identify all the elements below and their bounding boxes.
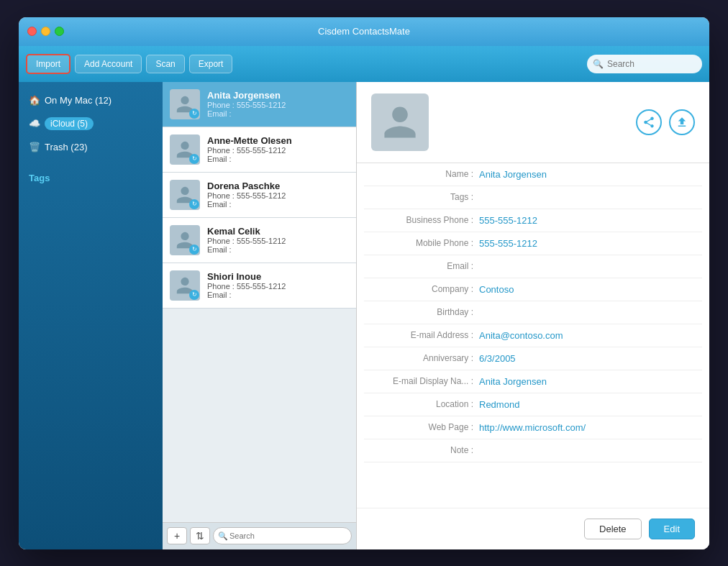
avatar: ↻ bbox=[170, 134, 200, 165]
window-title: Cisdem ContactsMate bbox=[318, 26, 410, 37]
field-row-note: Note : bbox=[364, 439, 702, 462]
sidebar-item-icloud[interactable]: ☁️ iCloud (5) bbox=[19, 111, 163, 136]
home-icon: 🏠 bbox=[29, 95, 40, 106]
close-button[interactable] bbox=[27, 27, 37, 36]
field-row-business-phone: Business Phone : 555-555-1212 bbox=[364, 209, 702, 232]
list-search-input[interactable] bbox=[213, 527, 352, 544]
anniversary-label: Anniversary : bbox=[364, 353, 479, 363]
location-label: Location : bbox=[364, 399, 479, 409]
field-row-anniversary: Anniversary : 6/3/2005 bbox=[364, 347, 702, 370]
field-row-email: Email : bbox=[364, 255, 702, 278]
sync-icon: ↻ bbox=[189, 290, 199, 300]
name-value: Anita Jorgensen bbox=[479, 169, 547, 180]
detail-panel: Name : Anita Jorgensen Tags : Business P… bbox=[357, 82, 709, 549]
contact-phone: Phone : 555-555-1212 bbox=[207, 282, 349, 291]
contact-name: Anne-Mette Olesen bbox=[207, 135, 349, 146]
delete-button[interactable]: Delete bbox=[584, 519, 642, 539]
contact-phone: Phone : 555-555-1212 bbox=[207, 237, 349, 245]
field-row-company: Company : Contoso bbox=[364, 278, 702, 301]
contact-phone: Phone : 555-555-1212 bbox=[207, 101, 349, 109]
sidebar-item-trash[interactable]: 🗑️ Trash (23) bbox=[19, 136, 163, 158]
company-value: Contoso bbox=[479, 284, 514, 295]
list-item[interactable]: ↻ Anne-Mette Olesen Phone : 555-555-1212… bbox=[163, 127, 356, 173]
field-row-web-page: Web Page : http://www.microsoft.com/ bbox=[364, 416, 702, 439]
toolbar: Import Add Account Scan Export 🔍 bbox=[19, 46, 709, 82]
contact-info: Kemal Celik Phone : 555-555-1212 Email : bbox=[207, 226, 349, 254]
tags-label: Tags bbox=[29, 173, 50, 183]
add-account-button[interactable]: Add Account bbox=[75, 55, 142, 73]
main-content: 🏠 On My Mac (12) ☁️ iCloud (5) 🗑️ Trash … bbox=[19, 82, 709, 549]
contact-info: Anne-Mette Olesen Phone : 555-555-1212 E… bbox=[207, 135, 349, 163]
sidebar-item-on-my-mac[interactable]: 🏠 On My Mac (12) bbox=[19, 89, 163, 111]
search-input[interactable] bbox=[587, 55, 702, 73]
avatar: ↻ bbox=[170, 225, 200, 255]
contact-email: Email : bbox=[207, 155, 349, 163]
contact-info: Shiori Inoue Phone : 555-555-1212 Email … bbox=[207, 271, 349, 299]
sync-icon: ↻ bbox=[189, 245, 199, 255]
contact-phone: Phone : 555-555-1212 bbox=[207, 191, 349, 200]
name-label: Name : bbox=[364, 169, 479, 179]
anniversary-value: 6/3/2005 bbox=[479, 353, 516, 364]
birthday-label: Birthday : bbox=[364, 307, 479, 317]
detail-header bbox=[357, 82, 709, 163]
field-row-location: Location : Redmond bbox=[364, 393, 702, 416]
contact-list: ↻ Anita Jorgensen Phone : 555-555-1212 E… bbox=[163, 82, 357, 549]
import-button[interactable]: Import bbox=[26, 54, 70, 74]
app-window: Cisdem ContactsMate Import Add Account S… bbox=[19, 17, 709, 549]
list-search-wrapper: 🔍 bbox=[213, 527, 352, 544]
scan-button[interactable]: Scan bbox=[146, 55, 184, 73]
mobile-phone-label: Mobile Phone : bbox=[364, 238, 479, 248]
email-address-label: E-mail Address : bbox=[364, 330, 479, 340]
icloud-label: iCloud (5) bbox=[50, 119, 88, 129]
contact-email: Email : bbox=[207, 245, 349, 254]
detail-actions bbox=[636, 109, 695, 135]
business-phone-value: 555-555-1212 bbox=[479, 215, 537, 226]
search-wrapper: 🔍 bbox=[587, 55, 702, 73]
email-address-value: Anita@contoso.com bbox=[479, 330, 563, 341]
contact-info: Anita Jorgensen Phone : 555-555-1212 Ema… bbox=[207, 90, 349, 118]
detail-footer: Delete Edit bbox=[357, 508, 709, 549]
edit-button[interactable]: Edit bbox=[649, 519, 695, 539]
email-display-value: Anita Jorgensen bbox=[479, 376, 547, 387]
list-toolbar: + ⇅ 🔍 bbox=[163, 522, 356, 549]
email-label: Email : bbox=[364, 261, 479, 271]
sync-icon: ↻ bbox=[189, 109, 199, 119]
share-button[interactable] bbox=[636, 109, 662, 135]
trash-label: Trash (23) bbox=[45, 142, 87, 152]
contact-name: Kemal Celik bbox=[207, 226, 349, 237]
business-phone-label: Business Phone : bbox=[364, 215, 479, 225]
trash-icon: 🗑️ bbox=[29, 142, 40, 152]
list-item[interactable]: ↻ Anita Jorgensen Phone : 555-555-1212 E… bbox=[163, 82, 356, 127]
minimize-button[interactable] bbox=[41, 27, 50, 36]
avatar: ↻ bbox=[170, 270, 200, 301]
list-item[interactable]: ↻ Kemal Celik Phone : 555-555-1212 Email… bbox=[163, 218, 356, 263]
search-icon: 🔍 bbox=[593, 59, 604, 69]
tags-section: Tags bbox=[19, 165, 163, 191]
web-page-value: http://www.microsoft.com/ bbox=[479, 422, 586, 433]
titlebar: Cisdem ContactsMate bbox=[19, 17, 709, 46]
list-item[interactable]: ↻ Shiori Inoue Phone : 555-555-1212 Emai… bbox=[163, 263, 356, 309]
maximize-button[interactable] bbox=[55, 27, 64, 36]
contact-email: Email : bbox=[207, 109, 349, 118]
location-value: Redmond bbox=[479, 399, 519, 410]
list-item[interactable]: ↻ Dorena Paschke Phone : 555-555-1212 Em… bbox=[163, 173, 356, 218]
export-button[interactable]: Export bbox=[189, 55, 233, 73]
field-row-birthday: Birthday : bbox=[364, 301, 702, 324]
add-contact-button[interactable]: + bbox=[167, 527, 187, 544]
sidebar: 🏠 On My Mac (12) ☁️ iCloud (5) 🗑️ Trash … bbox=[19, 82, 163, 549]
contact-info: Dorena Paschke Phone : 555-555-1212 Emai… bbox=[207, 181, 349, 209]
avatar: ↻ bbox=[170, 180, 200, 210]
detail-fields: Name : Anita Jorgensen Tags : Business P… bbox=[357, 163, 709, 508]
contact-phone: Phone : 555-555-1212 bbox=[207, 146, 349, 155]
email-display-label: E-mail Display Na... : bbox=[364, 376, 479, 386]
sync-icon: ↻ bbox=[189, 199, 199, 209]
detail-avatar bbox=[371, 93, 429, 151]
upload-button[interactable] bbox=[669, 109, 695, 135]
tags-field-label: Tags : bbox=[364, 192, 479, 202]
icloud-badge: iCloud (5) bbox=[45, 117, 94, 130]
sort-button[interactable]: ⇅ bbox=[190, 527, 210, 544]
list-search-icon: 🔍 bbox=[218, 531, 228, 541]
field-row-tags: Tags : bbox=[364, 186, 702, 209]
sync-icon: ↻ bbox=[189, 154, 199, 164]
contact-list-items: ↻ Anita Jorgensen Phone : 555-555-1212 E… bbox=[163, 82, 356, 522]
